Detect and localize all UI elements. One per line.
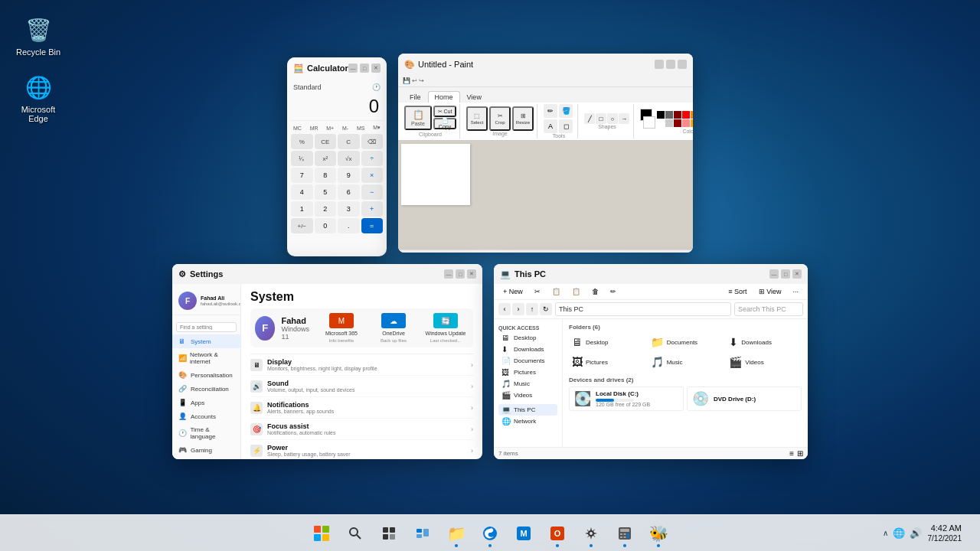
settings-close-button[interactable]: ✕ (467, 269, 476, 279)
thispc-close-button[interactable]: ✕ (792, 269, 802, 279)
thispc-nav-downloads[interactable]: ⬇ Downloads (498, 344, 557, 355)
calc-mplus-button[interactable]: M+ (325, 124, 335, 132)
thispc-nav-music[interactable]: 🎵 Music (498, 378, 557, 390)
thispc-drive-d[interactable]: 💿 DVD Drive (D:) (687, 386, 802, 411)
calc-backspace-key[interactable]: ⌫ (361, 134, 384, 149)
thispc-nav-network[interactable]: 🌐 Network (498, 416, 557, 427)
calc-percent-key[interactable]: % (291, 134, 313, 149)
thispc-minimize-button[interactable]: — (769, 269, 779, 279)
color-darkgray[interactable] (665, 111, 673, 119)
settings-onedrive-tile[interactable]: ☁ OneDrive Back up files (371, 313, 416, 343)
taskbar-office-button[interactable]: O (542, 518, 573, 549)
settings-nav-apps[interactable]: 📱Apps (172, 396, 240, 409)
settings-user-profile[interactable]: F Fahad Ali fahad.ali@outlook.com (172, 287, 240, 315)
taskbar-store-button[interactable]: M (508, 518, 539, 549)
calc-2-key[interactable]: 2 (315, 201, 337, 217)
calc-reciprocal-key[interactable]: ¹⁄ₓ (291, 151, 313, 166)
taskbar-edge-button[interactable] (475, 518, 505, 549)
calc-3-key[interactable]: 3 (338, 201, 360, 217)
color-darkred[interactable] (674, 119, 681, 127)
thispc-copy-button[interactable]: 📋 (547, 286, 565, 297)
paint-resize-button[interactable]: ⊞Resize (512, 106, 534, 131)
settings-search-input[interactable] (176, 322, 237, 332)
settings-update-tile[interactable]: 🔄 Windows Update Last checked... (423, 313, 469, 343)
calc-0-key[interactable]: 0 (315, 218, 337, 233)
thispc-sort-button[interactable]: ≡ Sort (724, 286, 751, 297)
taskbar-network-icon[interactable]: 🌐 (893, 527, 905, 539)
calc-6-key[interactable]: 6 (338, 184, 360, 200)
thispc-search-box[interactable]: Search This PC (734, 302, 803, 316)
thispc-forward-button[interactable]: › (512, 303, 524, 315)
paint-minimize-button[interactable] (655, 60, 664, 69)
thispc-folder-desktop[interactable]: 🖥 Desktop (569, 334, 645, 350)
color-pink[interactable] (682, 119, 690, 127)
paint-fill-button[interactable]: 🪣 (559, 104, 573, 118)
thispc-new-button[interactable]: + New (498, 286, 528, 297)
settings-nav-time[interactable]: 🕐Time & language (172, 423, 240, 443)
taskbar-unknown-button[interactable]: 🐝 (643, 518, 674, 549)
thispc-rename-button[interactable]: ✏ (606, 286, 621, 297)
settings-power-item[interactable]: ⚡ Power Sleep, battery usage, battery sa… (250, 440, 473, 459)
thispc-paste-button[interactable]: 📋 (567, 286, 585, 297)
calc-mc-button[interactable]: MC (292, 124, 303, 132)
thispc-folder-music[interactable]: 🎵 Music (648, 354, 724, 370)
taskbar-explorer-button[interactable]: 📁 (441, 518, 472, 549)
calc-negate-key[interactable]: +/− (291, 218, 313, 233)
paint-home-tab[interactable]: Home (428, 91, 460, 103)
paint-select-button[interactable]: ⬚Select (466, 106, 488, 131)
paint-canvas-area[interactable] (398, 141, 693, 249)
paint-paste-button[interactable]: 📋 Paste (404, 106, 432, 130)
color-maroon[interactable] (674, 111, 681, 119)
thispc-cut-button[interactable]: ✂ (530, 286, 545, 297)
settings-focus-item[interactable]: 🎯 Focus assist Notifications, automatic … (250, 419, 473, 440)
thispc-nav-pictures[interactable]: 🖼 Pictures (498, 367, 557, 378)
paint-cut-button[interactable]: ✂ Cut (433, 106, 456, 117)
thispc-up-button[interactable]: ↑ (526, 303, 538, 315)
recycle-bin-icon[interactable]: 🗑️ Recycle Bin (11, 11, 65, 60)
paint-pencil-button[interactable]: ✏ (544, 104, 557, 118)
calc-multiply-key[interactable]: × (361, 168, 384, 183)
calc-c-key[interactable]: C (338, 134, 360, 149)
calc-7-key[interactable]: 7 (291, 168, 313, 183)
taskbar-settings-button[interactable] (576, 518, 606, 549)
paint-close-button[interactable] (678, 60, 687, 69)
thispc-grid-view-button[interactable]: ⊞ (797, 449, 803, 458)
thispc-nav-documents[interactable]: 📄 Documents (498, 355, 557, 367)
calculator-close-button[interactable]: ✕ (371, 64, 381, 73)
taskbar-show-desktop-button[interactable] (968, 520, 972, 547)
calc-square-key[interactable]: x² (315, 151, 337, 166)
paint-canvas[interactable] (401, 144, 470, 205)
thispc-more-button[interactable]: ··· (788, 286, 803, 297)
calc-8-key[interactable]: 8 (315, 168, 337, 183)
calc-equals-key[interactable]: = (361, 218, 384, 233)
calc-divide-key[interactable]: ÷ (361, 151, 384, 166)
calc-mr-button[interactable]: MR (309, 124, 320, 132)
edge-desktop-icon[interactable]: 🌐 Microsoft Edge (11, 69, 65, 126)
thispc-maximize-button[interactable]: □ (781, 269, 790, 279)
paint-text-button[interactable]: A (544, 119, 557, 133)
calc-sqrt-key[interactable]: √x (338, 151, 360, 166)
settings-nav-bluetooth[interactable]: 📶Network & internet (172, 348, 240, 368)
settings-nav-accessibility[interactable]: ♿Accessibility (172, 457, 240, 459)
calc-decimal-key[interactable]: . (338, 218, 360, 233)
paint-view-tab[interactable]: View (460, 91, 488, 103)
color-black[interactable] (657, 111, 665, 119)
paint-maximize-button[interactable] (666, 60, 675, 69)
thispc-folder-downloads[interactable]: ⬇ Downloads (726, 334, 802, 350)
calc-mminus-button[interactable]: M- (341, 124, 350, 132)
thispc-drive-c[interactable]: 💽 Local Disk (C:) 120 GB free of 229 GB (569, 386, 684, 411)
taskbar-start-button[interactable] (306, 518, 337, 549)
paint-rect-button[interactable]: □ (596, 113, 606, 124)
calc-minus-key[interactable]: − (361, 184, 384, 200)
taskbar-volume-icon[interactable]: 🔊 (910, 527, 922, 539)
settings-nav-personalisation[interactable]: 🎨Personalisation (172, 368, 240, 382)
paint-line-button[interactable]: ╱ (584, 113, 595, 124)
calc-ce-key[interactable]: CE (315, 134, 337, 149)
paint-background-color[interactable] (643, 116, 655, 129)
thispc-nav-desktop[interactable]: 🖥 Desktop (498, 332, 557, 344)
settings-minimize-button[interactable]: — (444, 269, 453, 279)
settings-notifications-item[interactable]: 🔔 Notifications Alerts, banners, app sou… (250, 397, 473, 419)
color-amber[interactable] (691, 119, 693, 127)
thispc-back-button[interactable]: ‹ (498, 303, 511, 315)
taskbar-calculator-button[interactable] (609, 518, 640, 549)
